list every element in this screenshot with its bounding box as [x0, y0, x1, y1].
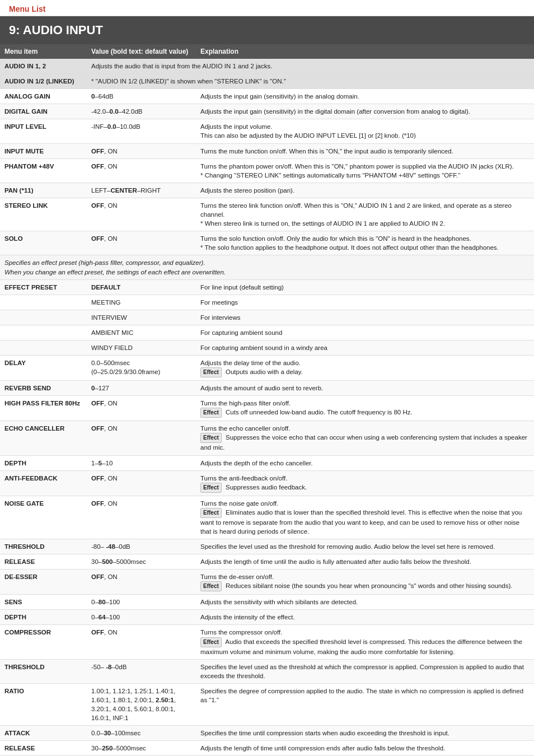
menu-cell: STEREO LINK — [0, 198, 87, 231]
value-cell: DEFAULT — [87, 279, 196, 295]
explanation-cell: For interviews — [196, 310, 534, 325]
value-cell: OFF, ON — [87, 231, 196, 255]
explanation-cell: Adjusts the length of time until compres… — [196, 741, 534, 756]
value-cell: * "AUDIO IN 1/2 (LINKED)" is shown when … — [87, 74, 534, 89]
explanation-cell: Turns the compressor on/off.Effect Audio… — [196, 625, 534, 659]
table-row: NOISE GATEOFF, ONTurns the noise gate on… — [0, 496, 534, 539]
menu-cell: ATTACK — [0, 726, 87, 741]
explanation-cell: Adjusts the amount of audio sent to reve… — [196, 381, 534, 396]
col-header-explanation: Explanation — [196, 44, 534, 59]
table-row: DELAY0.0–500msec(0–25.0/29.9/30.0frame)A… — [0, 356, 534, 381]
table-row: THRESHOLD-50– -8–0dBSpecifies the level … — [0, 659, 534, 683]
table-row: ATTACK0.0–30–100msecSpecifies the time u… — [0, 726, 534, 741]
value-cell: OFF, ON — [87, 396, 196, 421]
col-header-menu: Menu item — [0, 44, 87, 59]
menu-cell: DEPTH — [0, 610, 87, 625]
explanation-cell: Adjusts the input volume.This can also b… — [196, 119, 534, 143]
menu-cell: DIGITAL GAIN — [0, 104, 87, 119]
value-cell: MEETING — [87, 295, 196, 310]
explanation-cell: Turns the solo function on/off. Only the… — [196, 231, 534, 255]
value-cell: OFF, ON — [87, 158, 196, 183]
menu-cell: NOISE GATE — [0, 496, 87, 539]
table-row: PAN (*11)LEFT–CENTER–RIGHTAdjusts the st… — [0, 183, 534, 198]
menu-cell — [0, 325, 87, 340]
value-cell: -42.0–0.0–42.0dB — [87, 104, 196, 119]
table-row: DE-ESSEROFF, ONTurns the de-esser on/off… — [0, 570, 534, 595]
value-cell: AMBIENT MIC — [87, 325, 196, 340]
menu-cell: PHANTOM +48V — [0, 158, 87, 183]
explanation-cell: Turns the de-esser on/off.Effect Reduces… — [196, 570, 534, 595]
explanation-cell: For capturing ambient sound — [196, 325, 534, 340]
table-row: PHANTOM +48VOFF, ONTurns the phantom pow… — [0, 158, 534, 183]
table-row: HIGH PASS FILTER 80HzOFF, ONTurns the hi… — [0, 396, 534, 421]
value-cell: OFF, ON — [87, 198, 196, 231]
value-cell: OFF, ON — [87, 143, 196, 158]
table-row: MEETINGFor meetings — [0, 295, 534, 310]
table-row: EFFECT PRESETDEFAULTFor line input (defa… — [0, 279, 534, 295]
value-cell: OFF, ON — [87, 496, 196, 539]
menu-cell: THRESHOLD — [0, 539, 87, 554]
menu-cell: INPUT LEVEL — [0, 119, 87, 143]
explanation-cell: Specifies the degree of compression appl… — [196, 683, 534, 725]
table-row: INPUT MUTEOFF, ONTurns the mute function… — [0, 143, 534, 158]
explanation-cell: Specifies the level used as the threshol… — [196, 539, 534, 554]
value-cell: 0–64dB — [87, 89, 196, 104]
table-row: AUDIO IN 1, 2Adjusts the audio that is i… — [0, 59, 534, 74]
col-header-value: Value (bold text: default value) — [87, 44, 196, 59]
table-row: RELEASE30–250–5000msecAdjusts the length… — [0, 741, 534, 756]
effect-badge: Effect — [200, 581, 222, 591]
value-cell: 0–80–100 — [87, 595, 196, 610]
effect-badge: Effect — [200, 433, 222, 443]
menu-cell: AUDIO IN 1/2 (LINKED) — [0, 74, 87, 89]
menu-cell: SENS — [0, 595, 87, 610]
value-cell: 0–64–100 — [87, 610, 196, 625]
value-cell: OFF, ON — [87, 570, 196, 595]
explanation-cell: Adjusts the delay time of the audio.Effe… — [196, 356, 534, 381]
table-row: RATIO1.00:1, 1.12:1, 1.25:1, 1.40:1,1.60… — [0, 683, 534, 725]
explanation-cell: For line input (default setting) — [196, 279, 534, 295]
menu-cell: ANALOG GAIN — [0, 89, 87, 104]
section-title: 9: AUDIO INPUT — [0, 16, 534, 44]
menu-cell — [0, 310, 87, 325]
menu-cell: ANTI-FEEDBACK — [0, 470, 87, 496]
table-row: AMBIENT MICFor capturing ambient sound — [0, 325, 534, 340]
menu-cell: EFFECT PRESET — [0, 279, 87, 295]
explanation-cell: For capturing ambient sound in a windy a… — [196, 340, 534, 355]
menu-cell: THRESHOLD — [0, 659, 87, 683]
value-cell: WINDY FIELD — [87, 340, 196, 355]
table-row: DEPTH1–5–10Adjusts the depth of the echo… — [0, 455, 534, 470]
value-cell: -INF–0.0–10.0dB — [87, 119, 196, 143]
effect-badge: Effect — [200, 408, 222, 418]
menu-cell: COMPRESSOR — [0, 625, 87, 659]
explanation-cell: Adjusts the input gain (sensitivity) in … — [196, 89, 534, 104]
table-row: DIGITAL GAIN-42.0–0.0–42.0dBAdjusts the … — [0, 104, 534, 119]
effect-badge: Effect — [200, 508, 222, 518]
table-row: INPUT LEVEL-INF–0.0–10.0dBAdjusts the in… — [0, 119, 534, 143]
value-cell: 30–250–5000msec — [87, 741, 196, 756]
table-row: RELEASE30–500–5000msecAdjusts the length… — [0, 554, 534, 570]
menu-cell: ECHO CANCELLER — [0, 421, 87, 455]
explanation-cell: Adjusts the depth of the echo canceller. — [196, 455, 534, 470]
menu-cell: RATIO — [0, 683, 87, 725]
table-row: THRESHOLD-80– -48–0dBSpecifies the level… — [0, 539, 534, 554]
table-row: Specifies an effect preset (high-pass fi… — [0, 255, 534, 279]
table-row: ANTI-FEEDBACKOFF, ONTurns the anti-feedb… — [0, 470, 534, 496]
value-cell: OFF, ON — [87, 625, 196, 659]
table-row: WINDY FIELDFor capturing ambient sound i… — [0, 340, 534, 355]
menu-cell: INPUT MUTE — [0, 143, 87, 158]
table-row: DEPTH0–64–100Adjusts the intensity of th… — [0, 610, 534, 625]
explanation-cell: Turns the stereo link function on/off. W… — [196, 198, 534, 231]
explanation-cell: Adjusts the stereo position (pan). — [196, 183, 534, 198]
explanation-cell: Turns the high-pass filter on/off.Effect… — [196, 396, 534, 421]
menu-list-header: Menu List — [0, 0, 534, 16]
menu-cell: RELEASE — [0, 554, 87, 570]
menu-cell: HIGH PASS FILTER 80Hz — [0, 396, 87, 421]
explanation-cell: Turns the phantom power on/off. When thi… — [196, 158, 534, 183]
table-row: INTERVIEWFor interviews — [0, 310, 534, 325]
explanation-cell: Turns the anti-feedback on/off.Effect Su… — [196, 470, 534, 496]
table-row: STEREO LINKOFF, ONTurns the stereo link … — [0, 198, 534, 231]
value-cell: Adjusts the audio that is input from the… — [87, 59, 534, 74]
effect-badge: Effect — [200, 483, 222, 493]
menu-cell — [0, 295, 87, 310]
menu-cell: SOLO — [0, 231, 87, 255]
